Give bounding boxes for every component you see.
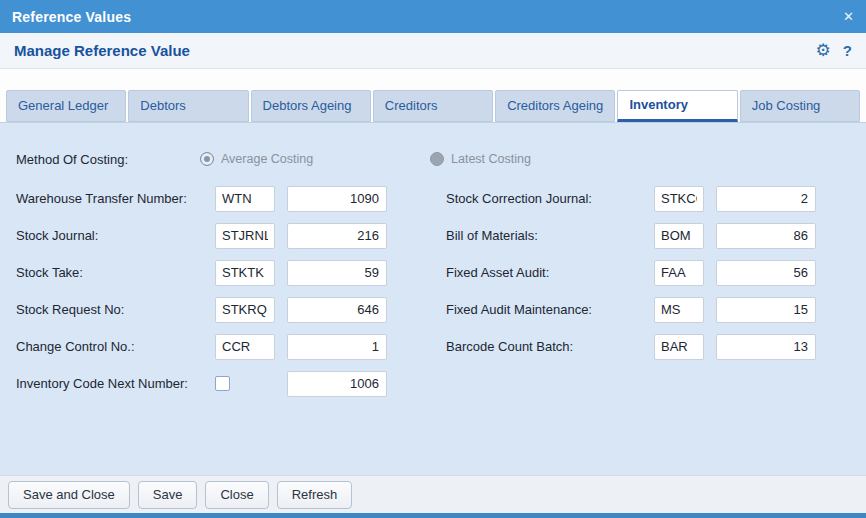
value-input[interactable] — [716, 334, 816, 360]
code-input[interactable] — [654, 260, 704, 286]
footer-button-bar: Save and Close Save Close Refresh — [0, 475, 866, 513]
page-title: Manage Reference Value — [14, 42, 190, 59]
field-row-stock-take: Stock Take: — [16, 254, 403, 291]
tab-inventory[interactable]: Inventory — [617, 90, 737, 122]
value-input[interactable] — [287, 297, 387, 323]
close-button[interactable]: Close — [205, 481, 268, 509]
field-label: Barcode Count Batch: — [446, 339, 654, 354]
inventory-code-checkbox[interactable] — [215, 376, 230, 391]
code-input[interactable] — [654, 186, 704, 212]
refresh-button[interactable]: Refresh — [277, 481, 353, 509]
reference-values-window: Reference Values ✕ Manage Reference Valu… — [0, 0, 866, 518]
tab-bar: General Ledger Debtors Debtors Ageing Cr… — [6, 90, 860, 122]
field-label: Warehouse Transfer Number: — [16, 191, 215, 206]
field-row-barcode-count-batch: Barcode Count Batch: — [446, 328, 816, 365]
field-label: Bill of Materials: — [446, 228, 654, 243]
value-input[interactable] — [716, 223, 816, 249]
code-input[interactable] — [215, 223, 275, 249]
field-row-stock-request: Stock Request No: — [16, 291, 403, 328]
tab-general-ledger[interactable]: General Ledger — [6, 90, 126, 122]
field-label: Fixed Asset Audit: — [446, 265, 654, 280]
inventory-tab-panel: Method Of Costing: Average Costing Lates… — [0, 122, 866, 475]
tab-debtors-ageing[interactable]: Debtors Ageing — [251, 90, 371, 122]
help-icon[interactable]: ? — [843, 42, 852, 59]
value-input[interactable] — [287, 334, 387, 360]
right-field-column: Stock Correction Journal: Bill of Materi… — [446, 180, 816, 365]
value-input[interactable] — [287, 371, 387, 397]
value-input[interactable] — [287, 223, 387, 249]
code-input[interactable] — [654, 223, 704, 249]
tab-zone: General Ledger Debtors Debtors Ageing Cr… — [0, 69, 866, 122]
value-input[interactable] — [287, 186, 387, 212]
field-label: Stock Request No: — [16, 302, 215, 317]
radio-latest-costing[interactable]: Latest Costing — [430, 152, 531, 166]
radio-icon-selected[interactable] — [200, 152, 214, 166]
value-input[interactable] — [716, 297, 816, 323]
field-label: Inventory Code Next Number: — [16, 376, 215, 391]
field-row-inventory-code-next-number: Inventory Code Next Number: — [16, 365, 403, 402]
header-icons: ⚙ ? — [816, 42, 852, 59]
code-input[interactable] — [215, 334, 275, 360]
code-input[interactable] — [654, 297, 704, 323]
field-row-fixed-asset-audit: Fixed Asset Audit: — [446, 254, 816, 291]
code-input[interactable] — [654, 334, 704, 360]
radio-label: Average Costing — [221, 152, 313, 166]
window-bottom-border — [0, 513, 866, 518]
field-row-stock-correction-journal: Stock Correction Journal: — [446, 180, 816, 217]
value-input[interactable] — [716, 186, 816, 212]
field-row-fixed-audit-maintenance: Fixed Audit Maintenance: — [446, 291, 816, 328]
field-label: Stock Journal: — [16, 228, 215, 243]
gear-icon[interactable]: ⚙ — [816, 42, 831, 59]
method-of-costing-label: Method Of Costing: — [16, 152, 200, 167]
field-columns: Warehouse Transfer Number: Stock Journal… — [16, 180, 850, 402]
code-input[interactable] — [215, 260, 275, 286]
method-of-costing-row: Method Of Costing: Average Costing Lates… — [16, 145, 850, 173]
save-button[interactable]: Save — [138, 481, 198, 509]
field-row-bill-of-materials: Bill of Materials: — [446, 217, 816, 254]
value-input[interactable] — [287, 260, 387, 286]
value-input[interactable] — [716, 260, 816, 286]
field-row-warehouse-transfer: Warehouse Transfer Number: — [16, 180, 403, 217]
checkbox-slot — [215, 376, 275, 391]
left-field-column: Warehouse Transfer Number: Stock Journal… — [16, 180, 403, 402]
tab-creditors[interactable]: Creditors — [373, 90, 493, 122]
field-label: Stock Correction Journal: — [446, 191, 654, 206]
field-label: Stock Take: — [16, 265, 215, 280]
tab-debtors[interactable]: Debtors — [128, 90, 248, 122]
window-titlebar: Reference Values ✕ — [0, 0, 866, 33]
field-label: Fixed Audit Maintenance: — [446, 302, 654, 317]
code-input[interactable] — [215, 186, 275, 212]
code-input[interactable] — [215, 297, 275, 323]
close-icon[interactable]: ✕ — [843, 9, 854, 24]
page-header: Manage Reference Value ⚙ ? — [0, 33, 866, 69]
field-row-change-control: Change Control No.: — [16, 328, 403, 365]
field-label: Change Control No.: — [16, 339, 215, 354]
radio-label: Latest Costing — [451, 152, 531, 166]
window-title: Reference Values — [12, 9, 131, 25]
tab-creditors-ageing[interactable]: Creditors Ageing — [495, 90, 615, 122]
tab-job-costing[interactable]: Job Costing — [740, 90, 860, 122]
radio-average-costing[interactable]: Average Costing — [200, 152, 430, 166]
field-row-stock-journal: Stock Journal: — [16, 217, 403, 254]
save-and-close-button[interactable]: Save and Close — [8, 481, 130, 509]
radio-icon-unselected[interactable] — [430, 152, 444, 166]
